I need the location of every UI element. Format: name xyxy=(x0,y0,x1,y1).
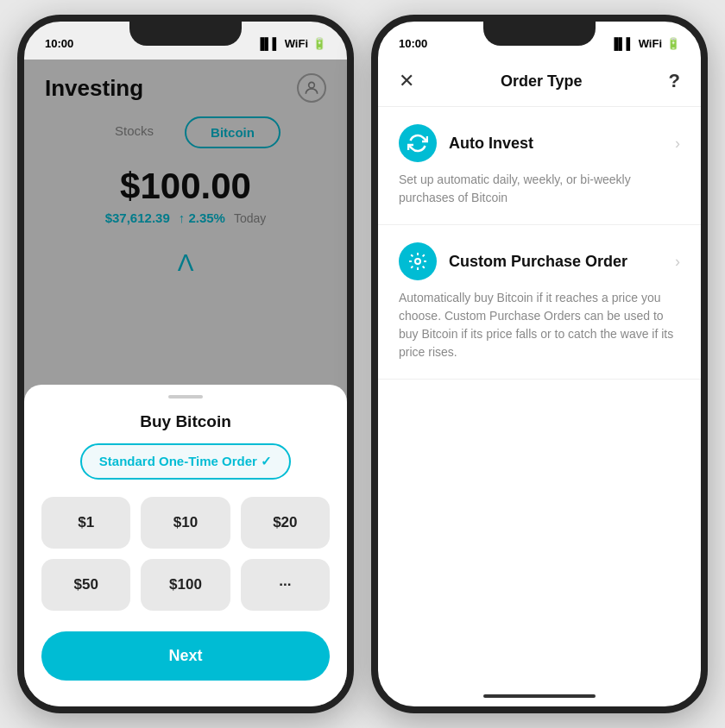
custom-order-chevron: › xyxy=(675,253,680,271)
battery-icon: 🔋 xyxy=(312,37,326,50)
auto-invest-option[interactable]: Auto Invest › Set up automatic daily, we… xyxy=(378,107,701,225)
next-button[interactable]: Next xyxy=(41,631,330,681)
left-status-time: 10:00 xyxy=(45,37,73,50)
right-status-time: 10:00 xyxy=(399,37,427,50)
svg-point-1 xyxy=(415,259,420,264)
right-home-indicator xyxy=(483,694,596,698)
wifi-icon: WiFi xyxy=(285,37,308,50)
custom-order-icon xyxy=(399,242,437,280)
close-button[interactable]: ✕ xyxy=(399,70,414,92)
order-type-label: Standard One-Time Order ✓ xyxy=(99,454,272,469)
order-type-header: ✕ Order Type ? xyxy=(378,60,701,107)
amount-1[interactable]: $1 xyxy=(41,497,130,549)
custom-order-option[interactable]: Custom Purchase Order › Automatically bu… xyxy=(378,225,701,380)
right-phone: 10:00 ▐▌▌ WiFi 🔋 ✕ Order Type ? Auto Inv… xyxy=(371,15,708,713)
right-signal-icon: ▐▌▌ xyxy=(610,37,634,50)
amount-grid: $1 $10 $20 $50 $100 ··· xyxy=(41,497,330,611)
custom-order-desc: Automatically buy Bitcoin if it reaches … xyxy=(399,289,680,361)
custom-order-left: Custom Purchase Order xyxy=(399,242,627,280)
auto-invest-chevron: › xyxy=(675,135,680,153)
left-screen: Investing Stocks Bitcoin $100.00 $37,612… xyxy=(24,60,347,706)
signal-icon: ▐▌▌ xyxy=(256,37,281,50)
custom-order-main: Custom Purchase Order › xyxy=(399,242,680,280)
left-status-icons: ▐▌▌ WiFi 🔋 xyxy=(256,37,326,50)
auto-invest-main: Auto Invest › xyxy=(399,124,680,162)
right-battery-icon: 🔋 xyxy=(666,37,680,50)
custom-order-name: Custom Purchase Order xyxy=(449,253,627,271)
amount-20[interactable]: $20 xyxy=(241,497,330,549)
auto-invest-icon xyxy=(399,124,437,162)
bottom-sheet: Buy Bitcoin Standard One-Time Order ✓ $1… xyxy=(24,385,347,706)
auto-invest-left: Auto Invest xyxy=(399,124,533,162)
right-status-icons: ▐▌▌ WiFi 🔋 xyxy=(610,37,680,50)
sheet-handle xyxy=(168,395,203,399)
right-notch xyxy=(483,22,596,46)
order-type-title: Order Type xyxy=(501,72,583,91)
help-button[interactable]: ? xyxy=(669,70,680,92)
notch xyxy=(129,22,242,46)
auto-invest-name: Auto Invest xyxy=(449,135,533,153)
order-type-button[interactable]: Standard One-Time Order ✓ xyxy=(80,443,291,480)
left-phone: 10:00 ▐▌▌ WiFi 🔋 Investing Stocks Bitcoi… xyxy=(17,15,354,713)
right-wifi-icon: WiFi xyxy=(639,37,662,50)
auto-invest-desc: Set up automatic daily, weekly, or bi-we… xyxy=(399,171,680,207)
sheet-title: Buy Bitcoin xyxy=(41,412,330,431)
amount-10[interactable]: $10 xyxy=(141,497,230,549)
amount-100[interactable]: $100 xyxy=(141,559,230,611)
amount-more[interactable]: ··· xyxy=(241,559,330,611)
amount-50[interactable]: $50 xyxy=(41,559,130,611)
